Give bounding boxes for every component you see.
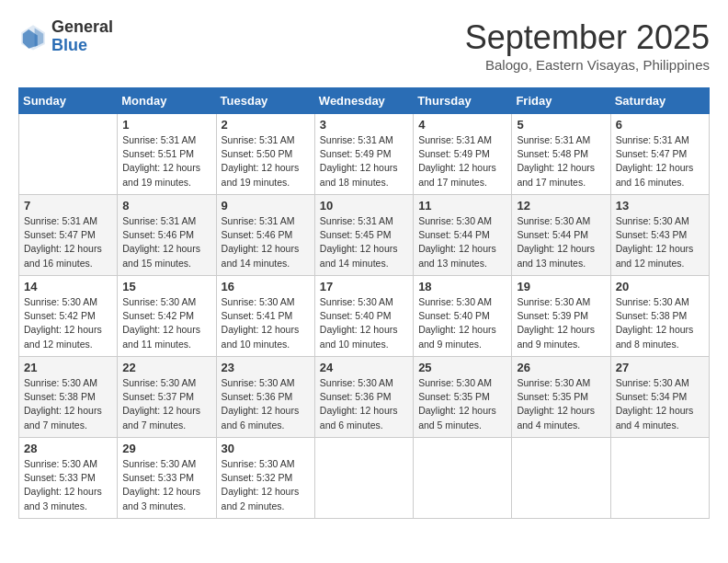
day-number: 5 [517, 118, 605, 132]
day-info: Sunrise: 5:30 AM Sunset: 5:43 PM Dayligh… [616, 214, 704, 270]
day-number: 1 [122, 118, 210, 132]
calendar-cell: 10Sunrise: 5:31 AM Sunset: 5:45 PM Dayli… [314, 195, 413, 276]
calendar-header-monday: Monday [118, 88, 216, 114]
day-info: Sunrise: 5:30 AM Sunset: 5:33 PM Dayligh… [122, 457, 210, 513]
calendar-cell: 4Sunrise: 5:31 AM Sunset: 5:49 PM Daylig… [414, 114, 512, 195]
calendar-cell: 13Sunrise: 5:30 AM Sunset: 5:43 PM Dayli… [610, 195, 709, 276]
calendar-body: 1Sunrise: 5:31 AM Sunset: 5:51 PM Daylig… [19, 114, 710, 519]
calendar-header-friday: Friday [512, 88, 610, 114]
day-info: Sunrise: 5:31 AM Sunset: 5:50 PM Dayligh… [222, 133, 310, 190]
day-number: 21 [24, 361, 112, 374]
calendar-cell: 17Sunrise: 5:30 AM Sunset: 5:40 PM Dayli… [314, 276, 413, 357]
day-number: 27 [616, 361, 704, 374]
day-info: Sunrise: 5:30 AM Sunset: 5:44 PM Dayligh… [418, 214, 506, 270]
day-info: Sunrise: 5:30 AM Sunset: 5:42 PM Dayligh… [24, 295, 112, 351]
day-number: 18 [418, 280, 506, 293]
day-info: Sunrise: 5:30 AM Sunset: 5:33 PM Dayligh… [24, 457, 112, 513]
calendar-cell: 11Sunrise: 5:30 AM Sunset: 5:44 PM Dayli… [414, 195, 512, 276]
calendar-cell: 20Sunrise: 5:30 AM Sunset: 5:38 PM Dayli… [610, 276, 709, 357]
calendar-cell: 12Sunrise: 5:30 AM Sunset: 5:44 PM Dayli… [512, 195, 610, 276]
day-info: Sunrise: 5:31 AM Sunset: 5:46 PM Dayligh… [122, 214, 210, 270]
day-info: Sunrise: 5:31 AM Sunset: 5:51 PM Dayligh… [122, 133, 210, 190]
calendar-cell: 15Sunrise: 5:30 AM Sunset: 5:42 PM Dayli… [118, 276, 216, 357]
day-number: 17 [320, 280, 408, 293]
calendar-cell: 27Sunrise: 5:30 AM Sunset: 5:34 PM Dayli… [610, 357, 709, 438]
day-number: 11 [418, 199, 506, 213]
calendar-cell: 14Sunrise: 5:30 AM Sunset: 5:42 PM Dayli… [19, 276, 118, 357]
calendar-cell: 24Sunrise: 5:30 AM Sunset: 5:36 PM Dayli… [314, 357, 413, 438]
day-number: 30 [222, 442, 310, 455]
calendar-cell [414, 438, 512, 519]
day-number: 7 [24, 199, 112, 213]
calendar-header-saturday: Saturday [610, 88, 709, 114]
month-title: September 2025 [465, 18, 710, 57]
calendar-week-2: 7Sunrise: 5:31 AM Sunset: 5:47 PM Daylig… [19, 195, 710, 276]
logo-general-text: General [51, 18, 113, 37]
calendar-cell: 8Sunrise: 5:31 AM Sunset: 5:46 PM Daylig… [118, 195, 216, 276]
day-number: 12 [517, 199, 605, 213]
day-number: 20 [616, 280, 704, 293]
calendar-cell: 3Sunrise: 5:31 AM Sunset: 5:49 PM Daylig… [314, 114, 413, 195]
day-info: Sunrise: 5:31 AM Sunset: 5:49 PM Dayligh… [418, 133, 506, 190]
day-number: 29 [122, 442, 210, 455]
day-info: Sunrise: 5:30 AM Sunset: 5:40 PM Dayligh… [418, 295, 506, 351]
day-info: Sunrise: 5:31 AM Sunset: 5:45 PM Dayligh… [320, 214, 408, 270]
day-info: Sunrise: 5:30 AM Sunset: 5:40 PM Dayligh… [320, 295, 408, 351]
calendar-cell [610, 438, 709, 519]
day-number: 2 [222, 118, 310, 132]
calendar-header-wednesday: Wednesday [314, 88, 413, 114]
calendar-header-sunday: Sunday [19, 88, 118, 114]
logo-text: General Blue [51, 18, 113, 55]
page-header: General Blue September 2025 Balogo, East… [18, 18, 710, 73]
day-info: Sunrise: 5:30 AM Sunset: 5:34 PM Dayligh… [616, 376, 704, 432]
calendar-header-thursday: Thursday [414, 88, 512, 114]
day-info: Sunrise: 5:31 AM Sunset: 5:49 PM Dayligh… [320, 133, 408, 190]
title-block: September 2025 Balogo, Eastern Visayas, … [465, 18, 710, 73]
calendar-cell: 25Sunrise: 5:30 AM Sunset: 5:35 PM Dayli… [414, 357, 512, 438]
calendar-cell: 21Sunrise: 5:30 AM Sunset: 5:38 PM Dayli… [19, 357, 118, 438]
calendar-cell [512, 438, 610, 519]
calendar-table: SundayMondayTuesdayWednesdayThursdayFrid… [18, 87, 710, 519]
day-info: Sunrise: 5:30 AM Sunset: 5:32 PM Dayligh… [222, 457, 310, 513]
day-info: Sunrise: 5:30 AM Sunset: 5:37 PM Dayligh… [122, 376, 210, 432]
location-title: Balogo, Eastern Visayas, Philippines [465, 57, 710, 73]
calendar-cell: 30Sunrise: 5:30 AM Sunset: 5:32 PM Dayli… [216, 438, 314, 519]
day-number: 23 [222, 361, 310, 374]
day-info: Sunrise: 5:30 AM Sunset: 5:44 PM Dayligh… [517, 214, 605, 270]
calendar-cell: 7Sunrise: 5:31 AM Sunset: 5:47 PM Daylig… [19, 195, 118, 276]
day-number: 28 [24, 442, 112, 455]
calendar-week-4: 21Sunrise: 5:30 AM Sunset: 5:38 PM Dayli… [19, 357, 710, 438]
logo: General Blue [18, 18, 113, 55]
day-info: Sunrise: 5:30 AM Sunset: 5:36 PM Dayligh… [222, 376, 310, 432]
day-info: Sunrise: 5:30 AM Sunset: 5:35 PM Dayligh… [517, 376, 605, 432]
day-info: Sunrise: 5:31 AM Sunset: 5:47 PM Dayligh… [24, 214, 112, 270]
calendar-header-tuesday: Tuesday [216, 88, 314, 114]
calendar-week-5: 28Sunrise: 5:30 AM Sunset: 5:33 PM Dayli… [19, 438, 710, 519]
day-number: 13 [616, 199, 704, 213]
day-info: Sunrise: 5:30 AM Sunset: 5:39 PM Dayligh… [517, 295, 605, 351]
calendar-cell: 2Sunrise: 5:31 AM Sunset: 5:50 PM Daylig… [216, 114, 314, 195]
day-info: Sunrise: 5:30 AM Sunset: 5:36 PM Dayligh… [320, 376, 408, 432]
logo-icon [18, 22, 48, 52]
day-info: Sunrise: 5:31 AM Sunset: 5:48 PM Dayligh… [517, 133, 605, 190]
day-number: 15 [122, 280, 210, 293]
calendar-cell: 1Sunrise: 5:31 AM Sunset: 5:51 PM Daylig… [118, 114, 216, 195]
logo-blue-text: Blue [51, 37, 113, 55]
day-info: Sunrise: 5:31 AM Sunset: 5:47 PM Dayligh… [616, 133, 704, 190]
day-info: Sunrise: 5:30 AM Sunset: 5:41 PM Dayligh… [222, 295, 310, 351]
calendar-cell: 23Sunrise: 5:30 AM Sunset: 5:36 PM Dayli… [216, 357, 314, 438]
calendar-cell: 22Sunrise: 5:30 AM Sunset: 5:37 PM Dayli… [118, 357, 216, 438]
day-number: 4 [418, 118, 506, 132]
day-info: Sunrise: 5:30 AM Sunset: 5:42 PM Dayligh… [122, 295, 210, 351]
day-number: 22 [122, 361, 210, 374]
calendar-header-row: SundayMondayTuesdayWednesdayThursdayFrid… [19, 88, 710, 114]
day-number: 19 [517, 280, 605, 293]
day-info: Sunrise: 5:30 AM Sunset: 5:38 PM Dayligh… [616, 295, 704, 351]
day-number: 25 [418, 361, 506, 374]
day-number: 10 [320, 199, 408, 213]
day-number: 14 [24, 280, 112, 293]
day-number: 26 [517, 361, 605, 374]
calendar-cell: 6Sunrise: 5:31 AM Sunset: 5:47 PM Daylig… [610, 114, 709, 195]
day-info: Sunrise: 5:30 AM Sunset: 5:35 PM Dayligh… [418, 376, 506, 432]
day-number: 24 [320, 361, 408, 374]
